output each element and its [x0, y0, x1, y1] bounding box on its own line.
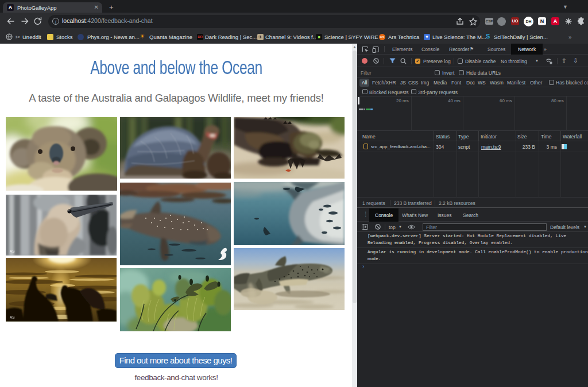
- svg-text:AS: AS: [10, 249, 15, 253]
- svg-text:AS: AS: [10, 315, 15, 319]
